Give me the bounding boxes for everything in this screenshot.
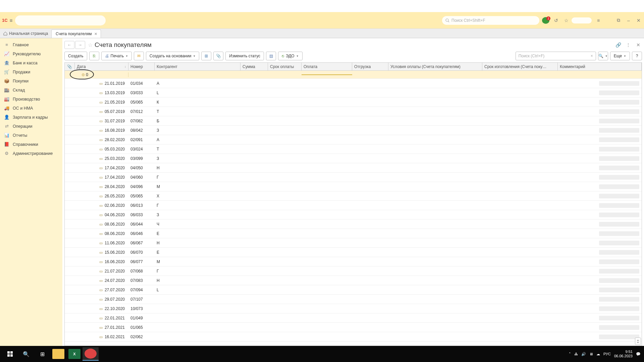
- col-payment[interactable]: Оплата: [302, 63, 352, 70]
- table-row[interactable]: ▭26.05.202005/065Х: [65, 191, 642, 201]
- table-row[interactable]: ▭24.07.202007/083Н: [65, 276, 642, 285]
- create-button[interactable]: Создать: [64, 52, 87, 60]
- table-row[interactable]: ▭05.07.201907/012Т: [65, 107, 642, 116]
- table-row[interactable]: ▭17.04.202004/050Н: [65, 163, 642, 173]
- table-row[interactable]: ▭31.07.201907/082Б: [65, 116, 642, 126]
- bookmark-star-icon[interactable]: ☆: [88, 42, 93, 48]
- table-row[interactable]: ▭15.06.202006/070Е: [65, 248, 642, 257]
- table-row[interactable]: ▭27.07.202007/094L: [65, 285, 642, 295]
- col-sum[interactable]: Сумма: [240, 63, 268, 70]
- taskbar-search-icon[interactable]: 🔍: [18, 347, 34, 361]
- window-minimize-icon[interactable]: –: [625, 18, 632, 23]
- window-close-icon[interactable]: ✕: [635, 18, 642, 23]
- table-row[interactable]: ▭17.04.202004/060Г: [65, 173, 642, 182]
- menu-lines-icon[interactable]: ≡: [595, 18, 602, 23]
- table-row[interactable]: ▭13.03.201903/033L: [65, 88, 642, 98]
- table-row[interactable]: ▭05.03.202003/024Т: [65, 144, 642, 154]
- file-explorer-icon[interactable]: [50, 347, 66, 361]
- col-comment[interactable]: Комментарий: [558, 63, 642, 70]
- list-button[interactable]: ▤: [266, 52, 276, 60]
- clear-filter-icon[interactable]: ×: [591, 54, 593, 58]
- table-row[interactable]: ▭22.01.202101/049: [65, 313, 642, 323]
- tab-close-icon[interactable]: ✕: [94, 32, 97, 36]
- system-tray[interactable]: ˄ 🖧 🔊 🖥 ☁ РУС 9:51 06.06.2023 💬: [569, 350, 642, 358]
- table-row[interactable]: ▭21.01.201901/034А: [65, 79, 642, 88]
- table-row[interactable]: ▭08.06.202006/046Е: [65, 229, 642, 238]
- nav-back-button[interactable]: ←: [64, 41, 74, 49]
- tray-clock[interactable]: 9:51 06.06.2023: [614, 350, 633, 358]
- sidebar-item-6[interactable]: 🏭Производство: [0, 95, 62, 104]
- more-button[interactable]: Еще▼: [610, 52, 630, 60]
- kebab-icon[interactable]: ⋮: [625, 41, 632, 49]
- table-row[interactable]: ▭16.02.202102/062: [65, 332, 642, 342]
- copy-button[interactable]: ⎘: [89, 52, 99, 60]
- col-shipment[interactable]: Отгрузка: [352, 63, 388, 70]
- sidebar-item-0[interactable]: ≡Главное: [0, 40, 62, 49]
- table-body[interactable]: ▭21.01.201901/034А▭13.03.201903/033L▭21.…: [65, 79, 642, 346]
- table-row[interactable]: ▭27.01.202101/065: [65, 323, 642, 332]
- table-row[interactable]: ▭16.08.201908/042З: [65, 126, 642, 135]
- sidebar-item-11[interactable]: 📕Справочники: [0, 140, 62, 149]
- section-close-icon[interactable]: ✕: [635, 41, 642, 49]
- table-row[interactable]: ▭21.05.201905/065К: [65, 98, 642, 107]
- change-status-button[interactable]: Изменить статус: [225, 52, 264, 60]
- history-icon[interactable]: ↺: [553, 18, 559, 23]
- col-date[interactable]: Дата↓: [75, 63, 128, 70]
- col-attachment[interactable]: 📎: [65, 63, 75, 70]
- table-row[interactable]: ▭21.07.202007/068Г: [65, 266, 642, 276]
- sidebar-item-1[interactable]: 📈Руководителю: [0, 49, 62, 58]
- start-button[interactable]: [2, 347, 18, 361]
- tray-lang[interactable]: РУС: [603, 352, 611, 356]
- 1c-app-icon[interactable]: [83, 347, 99, 361]
- table-row[interactable]: ▭28.02.202002/091А: [65, 135, 642, 144]
- table-row[interactable]: ▭16.06.202006/077М: [65, 257, 642, 266]
- attach-button[interactable]: 📎: [213, 52, 223, 60]
- status-chip[interactable]: 2: [542, 17, 549, 24]
- star-icon[interactable]: ☆: [563, 18, 570, 23]
- sidebar-item-12[interactable]: ⚙Администрирование: [0, 149, 62, 158]
- sidebar-item-8[interactable]: 👤Зарплата и кадры: [0, 113, 62, 122]
- sidebar-item-3[interactable]: 🛒Продажи: [0, 67, 62, 76]
- table-row[interactable]: ▭04.06.202006/033З: [65, 210, 642, 220]
- col-number[interactable]: Номер: [128, 63, 155, 70]
- global-search-input[interactable]: Поиск Ctrl+Shift+F: [442, 16, 539, 25]
- sidebar-item-2[interactable]: 🏦Банк и касса: [0, 58, 62, 67]
- filter-input[interactable]: Поиск (Ctrl+F)×: [516, 52, 596, 60]
- tab-home[interactable]: Начальная страница: [0, 29, 51, 38]
- table-row[interactable]: ▭25.03.202003/099З: [65, 154, 642, 163]
- table-row[interactable]: ▭11.06.202006/067Н: [65, 238, 642, 248]
- table-row[interactable]: ▭22.10.202010/073: [65, 304, 642, 313]
- sidebar-item-5[interactable]: 🏬Склад: [0, 85, 62, 95]
- col-contractor[interactable]: Контрагент: [155, 63, 240, 70]
- sidebar-item-7[interactable]: 🚚ОС и НМА: [0, 104, 62, 113]
- tray-display-icon[interactable]: 🖥: [589, 352, 593, 356]
- col-conditions[interactable]: Условия оплаты (Счета покупателям): [388, 63, 482, 70]
- link-icon[interactable]: 🔗: [614, 41, 622, 49]
- help-button[interactable]: ?: [632, 52, 642, 60]
- filter-payment-cell-active[interactable]: [302, 74, 352, 75]
- sidebar-item-9[interactable]: ⇄Операции: [0, 122, 62, 131]
- scroll-buttons[interactable]: ▲▼: [635, 338, 641, 345]
- create-based-button[interactable]: Создать на основании▼: [146, 52, 199, 60]
- envelope-button[interactable]: ✉: [134, 52, 144, 60]
- task-view-icon[interactable]: ⊞: [34, 347, 50, 361]
- tray-volume-icon[interactable]: 🔊: [581, 352, 586, 356]
- sidebar-item-4[interactable]: 📦Покупки: [0, 76, 62, 85]
- nav-forward-button[interactable]: →: [75, 41, 85, 49]
- hamburger-icon[interactable]: ≡: [10, 17, 13, 23]
- table-row[interactable]: ▭29.07.202007/107: [65, 295, 642, 304]
- table-row[interactable]: ▭28.04.202004/096М: [65, 182, 642, 191]
- window-restore-icon[interactable]: ⧉: [615, 17, 622, 23]
- col-make-due[interactable]: Срок изготовления (Счета поку…: [482, 63, 558, 70]
- print-button[interactable]: 🖨Печать▼: [101, 52, 132, 60]
- excel-icon[interactable]: X: [66, 347, 83, 361]
- sidebar-item-10[interactable]: 📊Отчеты: [0, 131, 62, 140]
- table-row[interactable]: ▭08.06.202006/044Ч: [65, 220, 642, 229]
- tray-network-icon[interactable]: 🖧: [574, 352, 578, 356]
- tray-chevron-icon[interactable]: ˄: [569, 352, 571, 356]
- tray-onedrive-icon[interactable]: ☁: [596, 352, 600, 356]
- table-filter-row[interactable]: ⊜ 0: [65, 71, 642, 79]
- col-payment-due[interactable]: Срок оплаты: [268, 63, 302, 70]
- filter-date-cell[interactable]: ⊜ 0: [75, 72, 128, 77]
- edo-button[interactable]: ⎋ЭДО▼: [278, 52, 303, 60]
